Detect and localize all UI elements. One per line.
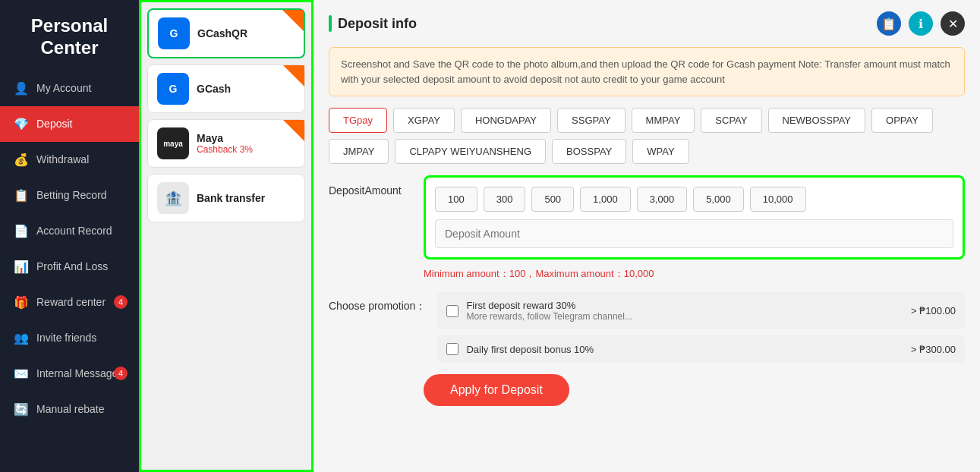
sidebar-item-withdrawal[interactable]: 💰 Withdrawal [0,142,139,178]
reward-center-icon: 🎁 [14,295,29,310]
promo-item-promo2: Daily first deposit bonus 10% > ₱300.00 [437,335,965,363]
tab-xgpay[interactable]: XGPAY [393,108,455,133]
deposit-icon: 💎 [14,117,29,131]
amount-chip-10000[interactable]: 10,000 [750,187,806,212]
deposit-section: DepositAmount 1003005001,0003,0005,00010… [329,175,965,260]
tab-wpay[interactable]: WPAY [632,139,689,164]
tab-mmpay[interactable]: MMPAY [632,108,695,133]
tab-tgpay[interactable]: TGpay [329,108,387,133]
sidebar-item-invite-friends[interactable]: 👥 Invite friends [0,320,139,356]
promotion-section: Choose promotion： First deposit reward 3… [329,292,965,363]
close-icon-button[interactable]: ✕ [941,11,965,36]
sidebar-label-betting-record: Betting Record [36,189,107,201]
payment-tabs: TGpayXGPAYHONGDAPAYSSGPAYMMPAYSCPAYNEWBO… [329,108,965,164]
sidebar-label-deposit: Deposit [36,118,72,130]
invite-friends-icon: 👥 [14,331,29,345]
maya-name: Maya [197,132,253,144]
tab-hongdapay[interactable]: HONGDAPAY [461,108,551,133]
sidebar-label-reward-center: Reward center [36,296,106,308]
payment-item-gcash[interactable]: G GCash [147,65,305,113]
tab-bosspay[interactable]: BOSSPAY [552,139,626,164]
manual-rebate-icon: 🔄 [14,402,29,417]
promo-label: Choose promotion： [329,292,426,313]
payment-item-maya[interactable]: maya Maya Cashback 3% [147,119,305,168]
promo-name-promo2: Daily first deposit bonus 10% [466,344,903,355]
withdrawal-icon: 💰 [14,153,29,167]
maya-icon: maya [157,127,189,159]
sidebar-label-manual-rebate: Manual rebate [36,403,105,415]
amount-chip-3000[interactable]: 3,000 [637,187,688,212]
sidebar-item-reward-center[interactable]: 🎁 Reward center 4 [0,285,139,320]
amount-chip-500[interactable]: 500 [531,187,574,212]
ribbon [283,65,304,87]
min-max-text: Minimum amount：100，Maximum amount：10,000 [329,267,965,281]
sidebar-item-my-account[interactable]: 👤 My Account [0,71,139,106]
content-header: Deposit info 📋 ℹ ✕ [329,11,965,36]
sidebar-item-betting-record[interactable]: 📋 Betting Record [0,178,139,213]
sidebar-header: Personal Center [0,0,139,71]
promo-name-promo1: First deposit reward 30% [466,300,903,311]
tab-ssgpay[interactable]: SSGPAY [557,108,625,133]
tab-scpay[interactable]: SCPAY [701,108,761,133]
sidebar-item-deposit[interactable]: 💎 Deposit [0,106,139,142]
promo-item-promo1: First deposit reward 30% More rewards, f… [437,292,965,329]
payment-panel: G GCashQR G GCash maya Maya Cashback 3% … [139,0,314,472]
deposit-box: 1003005001,0003,0005,00010,000 [424,175,965,260]
internal-message-icon: ✉️ [14,367,29,381]
promo-list: First deposit reward 30% More rewards, f… [437,292,965,363]
bank-icon: 🏦 [157,182,189,214]
profit-loss-icon: 📊 [14,260,29,274]
ribbon [283,120,304,141]
tab-newbosspay[interactable]: NEWBOSSPAY [768,108,866,133]
tab-jmpay[interactable]: JMPAY [329,139,389,164]
badge-reward-center: 4 [114,295,128,309]
amount-chip-5000[interactable]: 5,000 [693,187,744,212]
deposit-label: DepositAmount [329,175,412,197]
promo-checkbox-promo2[interactable] [446,343,458,355]
content-title: Deposit info [329,15,417,32]
sidebar-label-invite-friends: Invite friends [36,332,96,344]
ribbon [282,10,304,31]
amount-chip-100[interactable]: 100 [435,187,477,212]
promo-amount-promo1: > ₱100.00 [911,305,956,316]
app-title: Personal Center [11,15,128,59]
bank-name: Bank transfer [197,192,265,204]
page-title: Deposit info [338,16,417,32]
sidebar: Personal Center 👤 My Account 💎 Deposit 💰… [0,0,139,472]
gcash-icon: G [157,73,189,105]
sidebar-item-manual-rebate[interactable]: 🔄 Manual rebate [0,392,139,427]
sidebar-label-account-record: Account Record [36,225,112,237]
sidebar-nav: 👤 My Account 💎 Deposit 💰 Withdrawal 📋 Be… [0,71,139,472]
main-content: Deposit info 📋 ℹ ✕ Screenshot and Save t… [314,0,980,472]
account-record-icon: 📄 [14,224,29,238]
sidebar-item-profit-loss[interactable]: 📊 Profit And Loss [0,249,139,285]
apply-for-deposit-button[interactable]: Apply for Deposit [424,374,569,406]
info-icon-button[interactable]: ℹ [909,11,933,36]
promo-checkbox-promo1[interactable] [446,305,458,317]
maya-sub: Cashback 3% [197,144,253,155]
sidebar-label-my-account: My Account [36,82,91,94]
sidebar-label-profit-loss: Profit And Loss [36,260,108,272]
list-icon-button[interactable]: 📋 [877,11,901,36]
my-account-icon: 👤 [14,81,29,96]
gcashqr-icon: G [158,17,190,49]
deposit-amount-input[interactable] [435,219,953,248]
sidebar-label-withdrawal: Withdrawal [36,153,89,165]
amount-chip-1000[interactable]: 1,000 [580,187,631,212]
tab-clpapy[interactable]: CLPAPY WEIYUANSHENG [395,139,546,164]
gcashqr-name: GCashQR [197,27,247,39]
amount-chip-300[interactable]: 300 [484,187,526,212]
payment-item-bank[interactable]: 🏦 Bank transfer [147,174,305,222]
title-bar [329,15,332,32]
sidebar-label-internal-message: Internal Message [36,367,118,379]
payment-item-gcashqr[interactable]: G GCashQR [147,8,305,58]
notice-box: Screenshot and Save the QR code to the p… [329,47,965,96]
sidebar-item-internal-message[interactable]: ✉️ Internal Message 4 [0,356,139,392]
sidebar-item-account-record[interactable]: 📄 Account Record [0,213,139,249]
tab-oppay[interactable]: OPPAY [871,108,933,133]
betting-record-icon: 📋 [14,188,29,203]
gcash-name: GCash [197,83,231,95]
header-icons: 📋 ℹ ✕ [877,11,965,36]
promo-amount-promo2: > ₱300.00 [911,344,956,355]
promo-sub-promo1: More rewards, follow Telegram channel... [466,311,903,322]
